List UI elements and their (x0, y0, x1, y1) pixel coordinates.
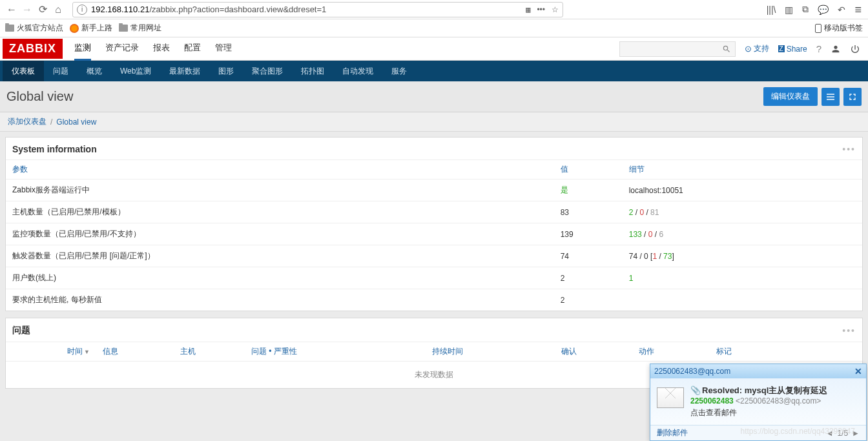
bookmark-item[interactable]: 常用网址 (119, 23, 161, 34)
cell-detail: 2 / 0 / 81 (623, 201, 862, 223)
sysinfo-table: 参数 值 细节 Zabbix服务器端运行中是localhost:10051主机数… (6, 159, 862, 311)
help-icon[interactable]: ? (816, 43, 822, 54)
problems-title: 问题 (12, 325, 30, 336)
mail-titlebar: 2250062483@qq.com ✕ (650, 364, 866, 378)
cell-detail: 74 / 0 [1 / 73] (623, 245, 862, 267)
nav-monitor[interactable]: 监测 (74, 37, 91, 61)
browser-toolbar: ← → ⟳ ⌂ i 192.168.110.21/zabbix.php?acti… (0, 0, 868, 19)
list-button[interactable] (822, 88, 840, 106)
sysinfo-row: 主机数量（已启用/已禁用/模板）832 / 0 / 81 (6, 201, 862, 223)
library-icon[interactable]: |||\ (767, 5, 776, 15)
screenshot-icon[interactable]: ⧉ (802, 4, 809, 15)
breadcrumb-current[interactable]: Global view (56, 118, 96, 127)
home-button[interactable]: ⌂ (50, 2, 66, 17)
subnav-web[interactable]: Web监测 (111, 61, 160, 81)
nav-admin[interactable]: 管理 (215, 37, 232, 61)
breadcrumb-sep: / (50, 118, 52, 127)
chat-icon[interactable]: 💬 (818, 5, 829, 15)
bookmark-item[interactable]: 火狐官方站点 (5, 23, 63, 34)
reload-button[interactable]: ⟳ (35, 2, 50, 17)
col-duration[interactable]: 持续时间 (426, 346, 555, 357)
fullscreen-button[interactable] (843, 88, 862, 106)
subnav-discovery[interactable]: 自动发现 (333, 61, 382, 81)
folder-icon (119, 25, 128, 32)
site-info-icon[interactable]: i (77, 5, 87, 15)
back-button[interactable]: ← (4, 2, 19, 17)
cell-detail: 133 / 0 / 6 (623, 223, 862, 245)
envelope-icon (657, 387, 684, 408)
bookmark-star-icon[interactable]: ☆ (552, 5, 559, 14)
subnav-graphs[interactable]: 图形 (209, 61, 243, 81)
cell-value: 139 (554, 223, 623, 245)
widget-menu-icon[interactable]: ••• (842, 325, 856, 336)
mobile-bookmarks-link[interactable]: 移动版书签 (815, 23, 863, 34)
cell-value: 83 (554, 201, 623, 223)
subnav-latest[interactable]: 最新数据 (160, 61, 209, 81)
col-info[interactable]: 信息 (96, 346, 174, 357)
paperclip-icon: 📎 (690, 385, 701, 395)
page-title: Global view (6, 89, 73, 104)
qr-icon[interactable]: ▦ (526, 5, 530, 14)
user-icon[interactable] (831, 44, 841, 54)
subnav-screens[interactable]: 聚合图形 (243, 61, 292, 81)
subnav-overview[interactable]: 概览 (78, 61, 111, 81)
bookmark-item[interactable]: 新手上路 (70, 23, 112, 34)
col-actions[interactable]: 动作 (632, 346, 710, 357)
support-link[interactable]: ⊙支持 (745, 43, 769, 54)
cell-param: 监控项数量（已启用/已禁用/不支持） (6, 223, 554, 245)
reader-icon[interactable]: ▥ (785, 5, 793, 15)
forward-button[interactable]: → (19, 2, 35, 17)
mail-body[interactable]: 📎Resolved: mysql主从复制有延迟 2250062483 <2250… (650, 378, 866, 425)
search-input[interactable] (619, 41, 736, 57)
mail-account: 2250062483@qq.com (654, 367, 730, 376)
th-value[interactable]: 值 (554, 160, 623, 179)
cell-detail (623, 289, 862, 311)
breadcrumb-add[interactable]: 添加仪表盘 (8, 116, 46, 127)
sysinfo-row: Zabbix服务器端运行中是localhost:10051 (6, 179, 862, 201)
th-param[interactable]: 参数 (6, 160, 554, 179)
search-icon (722, 45, 731, 54)
mail-close-button[interactable]: ✕ (854, 366, 862, 376)
mail-next-icon[interactable]: ► (852, 429, 860, 438)
sysinfo-row: 要求的主机性能, 每秒新值2 (6, 289, 862, 311)
cell-detail: 1 (623, 267, 862, 289)
undo-icon[interactable]: ↶ (838, 5, 845, 15)
subnav-maps[interactable]: 拓扑图 (292, 61, 333, 81)
share-link[interactable]: ZShare (778, 45, 807, 54)
col-time[interactable]: 时间▼ (6, 346, 96, 357)
subnav-services[interactable]: 服务 (382, 61, 416, 81)
page-header: Global view 编辑仪表盘 (0, 81, 868, 112)
sub-nav: 仪表板 问题 概览 Web监测 最新数据 图形 聚合图形 拓扑图 自动发现 服务 (0, 61, 868, 81)
col-problem[interactable]: 问题 • 严重性 (245, 346, 426, 357)
power-icon[interactable] (850, 44, 860, 54)
zabbix-logo[interactable]: ZABBIX (3, 39, 63, 59)
cell-value: 74 (554, 245, 623, 267)
more-icon[interactable]: ••• (537, 5, 545, 14)
widget-menu-icon[interactable]: ••• (842, 144, 856, 154)
subnav-dashboard[interactable]: 仪表板 (3, 61, 44, 81)
col-host[interactable]: 主机 (174, 346, 245, 357)
subnav-problems[interactable]: 问题 (44, 61, 78, 81)
col-ack[interactable]: 确认 (555, 346, 632, 357)
cell-param: 要求的主机性能, 每秒新值 (6, 289, 554, 311)
mail-pagination: ◄ 1/5 ► (826, 429, 860, 438)
sysinfo-row: 用户数(线上)21 (6, 267, 862, 289)
url-bar[interactable]: i 192.168.110.21/zabbix.php?action=dashb… (72, 2, 563, 17)
menu-icon[interactable] (854, 4, 862, 15)
nav-config[interactable]: 配置 (184, 37, 201, 61)
col-tags[interactable]: 标记 (710, 346, 738, 357)
cell-param: 用户数(线上) (6, 267, 554, 289)
mail-hint: 点击查看邮件 (690, 407, 860, 418)
breadcrumb: 添加仪表盘 / Global view (0, 112, 868, 132)
cell-param: 主机数量（已启用/已禁用/模板） (6, 201, 554, 223)
th-detail[interactable]: 细节 (623, 160, 862, 179)
nav-inventory[interactable]: 资产记录 (105, 37, 139, 61)
mail-prev-icon[interactable]: ◄ (826, 429, 834, 438)
mail-subject: 📎Resolved: mysql主从复制有延迟 (690, 385, 860, 396)
folder-icon (5, 25, 14, 32)
edit-dashboard-button[interactable]: 编辑仪表盘 (763, 87, 818, 106)
mail-delete-link[interactable]: 删除邮件 (657, 427, 688, 438)
sysinfo-title: System information (12, 144, 97, 154)
cell-param: 触发器数量（已启用/已禁用 [问题/正常]） (6, 245, 554, 267)
nav-reports[interactable]: 报表 (153, 37, 170, 61)
